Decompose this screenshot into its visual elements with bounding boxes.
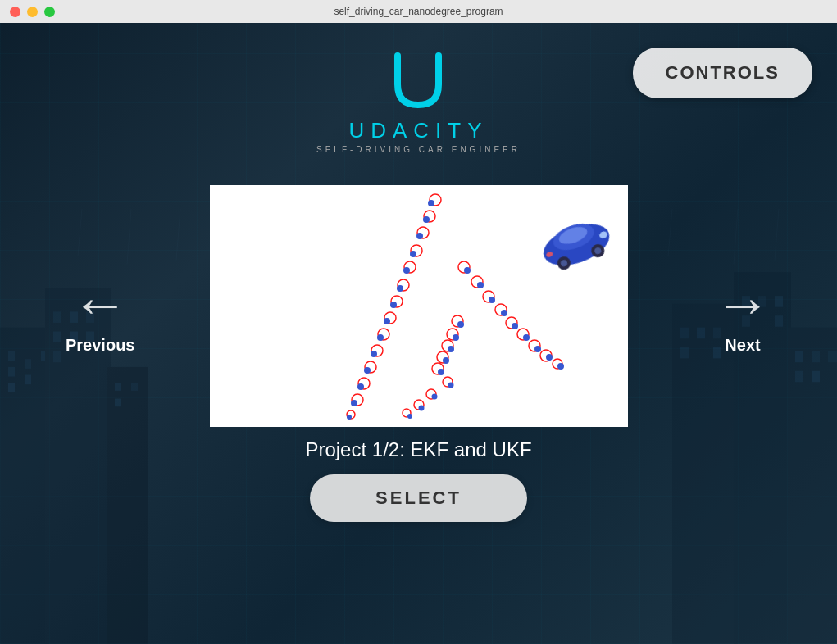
svg-point-60	[390, 302, 397, 308]
svg-point-115	[448, 346, 454, 352]
svg-point-92	[557, 363, 564, 370]
udacity-name: UDACITY	[348, 118, 488, 143]
next-arrow-icon: →	[714, 274, 771, 332]
svg-rect-46	[210, 185, 628, 427]
next-nav[interactable]: → Next	[714, 274, 771, 354]
svg-point-76	[464, 267, 471, 274]
controls-button[interactable]: CONTROLS	[633, 48, 812, 98]
svg-point-107	[418, 406, 424, 411]
svg-point-54	[410, 251, 416, 257]
svg-point-56	[403, 267, 410, 274]
svg-point-117	[453, 334, 459, 341]
udacity-subtitle: SELF-DRIVING CAR ENGINEER	[316, 145, 521, 154]
svg-point-52	[416, 233, 423, 239]
logo-area: UDACITY SELF-DRIVING CAR ENGINEER	[316, 48, 521, 154]
svg-point-113	[443, 357, 449, 364]
svg-point-111	[438, 369, 444, 375]
select-button[interactable]: SELECT	[310, 474, 527, 522]
maximize-button[interactable]	[44, 7, 55, 17]
svg-point-72	[351, 400, 357, 406]
minimize-button[interactable]	[27, 7, 38, 17]
svg-point-48	[428, 200, 434, 206]
svg-point-66	[371, 351, 377, 357]
svg-point-62	[384, 318, 390, 324]
svg-point-103	[448, 383, 453, 388]
svg-point-50	[423, 216, 430, 223]
ekf-ukf-visualization	[210, 185, 628, 427]
svg-point-88	[534, 346, 541, 352]
project-title: Project 1/2: EKF and UKF	[305, 438, 531, 461]
svg-point-74	[347, 415, 352, 420]
svg-point-64	[377, 334, 384, 341]
svg-point-70	[357, 383, 364, 390]
svg-point-78	[477, 282, 484, 288]
svg-point-105	[431, 394, 437, 400]
previous-label: Previous	[66, 335, 134, 354]
previous-arrow-icon: ←	[71, 274, 129, 332]
svg-point-80	[489, 297, 495, 303]
svg-point-86	[523, 334, 530, 341]
next-label: Next	[725, 335, 760, 354]
svg-point-82	[501, 310, 507, 316]
main-content: CONTROLS UDACITY SELF-DRIVING CAR ENGINE…	[0, 23, 837, 644]
project-canvas	[210, 185, 628, 427]
udacity-logo-icon	[389, 48, 447, 113]
titlebar: self_driving_car_nanodegree_program	[0, 0, 837, 23]
svg-point-90	[546, 354, 553, 361]
svg-point-58	[397, 285, 403, 292]
previous-nav[interactable]: ← Previous	[66, 274, 134, 354]
window-title: self_driving_car_nanodegree_program	[334, 6, 503, 17]
svg-point-84	[512, 323, 518, 329]
svg-point-68	[364, 367, 371, 374]
close-button[interactable]	[10, 7, 20, 17]
titlebar-buttons	[10, 7, 55, 17]
svg-point-119	[457, 321, 464, 328]
svg-point-109	[407, 414, 412, 419]
